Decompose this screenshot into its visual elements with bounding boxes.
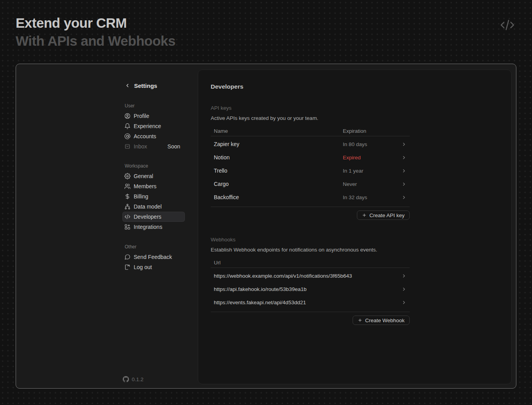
chevron-right-icon [401,273,410,278]
sidebar-item-inbox: Inbox Soon [122,141,185,152]
api-key-row[interactable]: Backoffice In 32 days [211,191,410,204]
sidebar-section-workspace: Workspace [122,161,185,171]
webhooks-heading: Webhooks [211,236,511,243]
page-title-line2: With APIs and Webhooks [16,32,176,50]
api-keys-description: Active APIs keys created by you or your … [211,115,511,122]
sidebar-item-data-model[interactable]: Data model [122,202,185,212]
developers-panel: Developers API keys Active APIs keys cre… [198,70,512,384]
create-webhook-button[interactable]: Create Webhook [353,316,410,325]
integrations-icon [124,224,131,230]
soon-badge: Soon [167,143,180,150]
sidebar-item-label: Inbox [134,143,147,150]
dollar-icon [124,193,131,200]
sidebar-item-experience[interactable]: Experience [122,121,185,131]
api-key-name: Trello [211,168,343,174]
webhook-url: https://webhook.example.com/api/v1/notif… [211,273,401,279]
column-header-url: Url [211,260,343,266]
page-title-line1: Extend your CRM [16,14,176,32]
chevron-right-icon [401,155,410,160]
api-keys-table: Name Expiration Zapier key In 80 days No… [211,129,410,220]
webhook-url: https://events.fakeapi.net/api/4d53dd21 [211,300,401,305]
plus-icon [358,318,362,323]
code-logo-icon [500,18,515,32]
hierarchy-icon [124,203,131,210]
sidebar-item-label: Experience [134,123,161,129]
webhook-row[interactable]: https://api.fakehook.io/route/53b39ea1b [211,282,410,296]
settings-sidebar: Settings User Profile Experience Account… [122,64,185,388]
api-key-name: Zapier key [211,141,343,147]
webhooks-table-body: https://webhook.example.com/api/v1/notif… [211,268,410,312]
create-api-key-label: Create API key [369,212,405,218]
version-label: 0.1.2 [132,376,143,382]
sidebar-item-label: General [134,173,153,179]
column-header-expiration: Expiration [343,128,410,134]
settings-back-button[interactable]: Settings [122,80,185,91]
api-keys-table-header: Name Expiration [211,129,410,136]
api-key-name: Cargo [211,181,343,187]
sidebar-item-label: Profile [134,113,149,119]
api-key-expiration: Never [343,181,401,187]
sidebar-item-label: Log out [134,264,152,270]
api-key-row[interactable]: Notion Expired [211,151,410,164]
sidebar-item-general[interactable]: General [122,171,185,181]
at-sign-icon [124,133,131,139]
github-icon [123,376,129,382]
api-keys-table-body: Zapier key In 80 days Notion Expired Tre… [211,136,410,207]
webhook-row[interactable]: https://webhook.example.com/api/v1/notif… [211,269,410,282]
chevron-right-icon [401,300,410,305]
sidebar-item-label: Accounts [134,133,156,139]
bell-icon [124,123,131,129]
sidebar-item-developers[interactable]: Developers [122,212,185,222]
sidebar-item-profile[interactable]: Profile [122,111,185,121]
chevron-right-icon [401,195,410,200]
chevron-right-icon [401,287,410,292]
sidebar-item-label: Data model [134,203,162,210]
chevron-right-icon [401,168,410,173]
sidebar-item-label: Developers [134,214,161,220]
webhooks-table: Url https://webhook.example.com/api/v1/n… [211,261,410,325]
webhook-url: https://api.fakehook.io/route/53b39ea1b [211,286,401,292]
api-key-expiration: In 1 year [343,168,401,174]
sidebar-item-label: Send Feedback [134,254,172,260]
api-key-expiration: In 80 days [343,141,401,147]
chat-bubble-icon [124,254,131,260]
api-key-row[interactable]: Cargo Never [211,177,410,191]
gear-icon [124,173,131,179]
sidebar-item-log-out[interactable]: Log out [122,262,185,272]
sidebar-section-other: Other [122,242,185,252]
inbox-icon [124,143,131,150]
sidebar-item-label: Integrations [134,224,162,230]
sidebar-item-accounts[interactable]: Accounts [122,131,185,141]
app-version: 0.1.2 [122,374,143,384]
chevron-right-icon [401,142,410,147]
api-key-name: Notion [211,154,343,161]
code-icon [124,214,131,220]
sidebar-item-send-feedback[interactable]: Send Feedback [122,252,185,262]
api-key-row[interactable]: Trello In 1 year [211,164,410,177]
create-api-key-button[interactable]: Create API key [357,211,410,220]
plus-icon [362,213,367,218]
api-key-expiration-expired: Expired [343,155,401,161]
content-title: Developers [211,83,511,91]
sidebar-item-billing[interactable]: Billing [122,191,185,202]
chevron-right-icon [401,182,410,187]
chevron-left-icon [125,83,130,88]
settings-window: Settings User Profile Experience Account… [16,64,516,389]
webhook-row[interactable]: https://events.fakeapi.net/api/4d53dd21 [211,296,410,309]
webhooks-table-header: Url [211,261,410,268]
sidebar-item-label: Billing [134,193,148,200]
sidebar-item-integrations[interactable]: Integrations [122,222,185,232]
sidebar-item-members[interactable]: Members [122,181,185,191]
sidebar-item-label: Members [134,183,156,189]
api-key-name: Backoffice [211,194,343,200]
logout-icon [124,264,131,270]
api-key-row[interactable]: Zapier key In 80 days [211,137,410,151]
api-keys-heading: API keys [211,105,511,111]
column-header-name: Name [211,128,343,134]
webhooks-description: Establish Webhook endpoints for notifica… [211,246,511,253]
sidebar-section-user: User [122,101,185,111]
users-icon [124,183,131,189]
api-key-expiration: In 32 days [343,194,401,200]
page-header: Extend your CRM With APIs and Webhooks [16,14,176,50]
user-circle-icon [124,113,131,119]
